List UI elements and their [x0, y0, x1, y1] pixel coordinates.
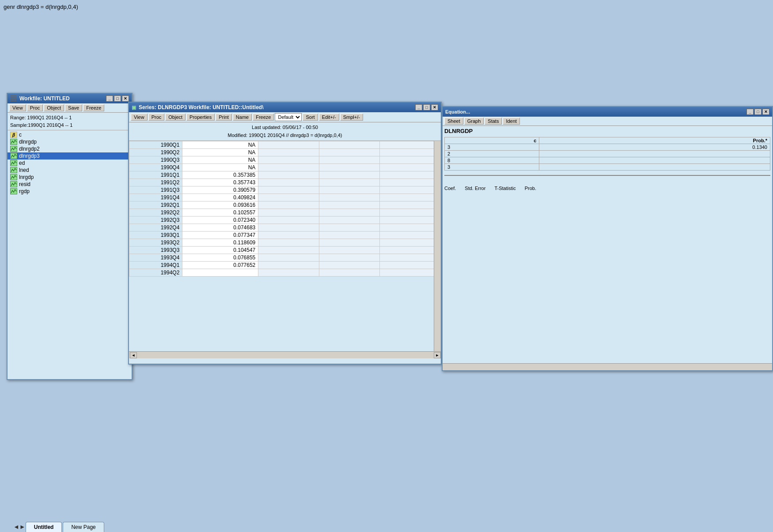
workfile-item[interactable]: lned [8, 167, 132, 174]
reg-graph-btn[interactable]: Graph [464, 118, 484, 125]
reg-minimize-btn[interactable]: _ [746, 109, 754, 115]
period-cell: 1993Q2 [129, 239, 182, 247]
workfile-item[interactable]: resid [8, 181, 132, 188]
workfile-window: Workfile: UNTITLED _ □ ✕ View Proc Objec… [7, 93, 133, 380]
series-dropdown[interactable]: Default [275, 113, 302, 121]
series-close-btn[interactable]: ✕ [431, 104, 438, 110]
empty-cell [380, 247, 441, 254]
scroll-left-btn[interactable]: ◄ [130, 352, 137, 358]
tab-scroll-arrows[interactable]: ◄► [13, 523, 26, 532]
workfile-controls[interactable]: _ □ ✕ [106, 95, 129, 102]
series-name-btn[interactable]: Name [233, 114, 252, 121]
item-label: lnrgdp [19, 174, 34, 180]
workfile-proc-btn[interactable]: Proc [27, 104, 43, 111]
empty-cell [319, 217, 380, 224]
empty-cell [258, 171, 319, 179]
series-icon [10, 174, 17, 180]
series-icon [10, 146, 17, 152]
last-updated: Last updated: 05/06/17 - 00:50 [132, 124, 438, 132]
reg-sheet-btn[interactable]: Sheet [444, 118, 463, 125]
item-label: ed [19, 160, 25, 166]
series-smpl-btn[interactable]: Smpl+/- [340, 114, 363, 121]
period-cell: 1991Q2 [129, 179, 182, 186]
series-titlebar[interactable]: ▣ Series: DLNRGDP3 Workfile: UNTITLED::U… [129, 103, 441, 112]
workfile-item[interactable]: dlnrgdp2 [8, 145, 132, 152]
value-cell: 0.074683 [182, 224, 258, 232]
reg-dep-var-title: DLNRGDP [444, 128, 770, 134]
workfile-item[interactable]: dlnrgdp [8, 138, 132, 145]
value-cell: 0.357743 [182, 179, 258, 186]
reg-maximize-btn[interactable]: □ [754, 109, 762, 115]
empty-cell [319, 171, 380, 179]
minimize-btn[interactable]: _ [106, 95, 113, 102]
series-maximize-btn[interactable]: □ [423, 104, 430, 110]
series-window: ▣ Series: DLNRGDP3 Workfile: UNTITLED::U… [128, 102, 442, 365]
value-cell: 0.102557 [182, 209, 258, 217]
empty-cell [380, 232, 441, 239]
beta-icon: β [10, 132, 17, 138]
series-controls[interactable]: _ □ ✕ [415, 104, 438, 110]
table-row: 1990Q1NA [129, 141, 441, 149]
series-print-btn[interactable]: Print [216, 114, 232, 121]
empty-cell [380, 156, 441, 164]
empty-cell [319, 254, 380, 262]
series-object-btn[interactable]: Object [165, 114, 186, 121]
workfile-save-btn[interactable]: Save [65, 104, 82, 111]
reg-value-cell [539, 151, 770, 157]
table-row: 1991Q20.357743 [129, 179, 441, 186]
workfile-freeze-btn[interactable]: Freeze [83, 104, 104, 111]
empty-cell [319, 224, 380, 232]
tstat-header: T-Statistic [494, 186, 515, 191]
value-cell: 0.357385 [182, 171, 258, 179]
workfile-item[interactable]: dlnrgdp3 [8, 152, 132, 160]
table-row: 1993Q40.076855 [129, 254, 441, 262]
series-properties-btn[interactable]: Properties [186, 114, 215, 121]
period-cell: 1992Q1 [129, 201, 182, 209]
value-cell: NA [182, 149, 258, 156]
reg-stats-btn[interactable]: Stats [485, 118, 502, 125]
range-label: Range: [10, 115, 26, 120]
item-label: dlnrgdp [19, 139, 37, 145]
horizontal-scrollbar[interactable]: ◄ ► [129, 351, 441, 358]
reg-controls[interactable]: _ □ ✕ [746, 109, 769, 115]
sample-label: Sample: [10, 122, 28, 128]
vertical-scrollbar[interactable] [434, 141, 441, 351]
reg-close-btn[interactable]: ✕ [762, 109, 769, 115]
item-label: dlnrgdp3 [19, 153, 40, 159]
value-cell: NA [182, 156, 258, 164]
series-icon [10, 153, 17, 159]
series-minimize-btn[interactable]: _ [415, 104, 422, 110]
empty-cell [258, 156, 319, 164]
workfile-item[interactable]: βc [8, 131, 132, 138]
maximize-btn[interactable]: □ [114, 95, 121, 102]
series-icon [10, 167, 17, 173]
workfile-view-btn[interactable]: View [9, 104, 26, 111]
data-table-container[interactable]: 1990Q1NA1990Q2NA1990Q3NA1990Q4NA1991Q10.… [129, 141, 441, 351]
series-freeze-btn[interactable]: Freeze [253, 114, 274, 121]
empty-cell [258, 209, 319, 217]
scroll-right-btn[interactable]: ► [434, 352, 441, 358]
reg-data-table: c Prob.* 30.1340283 [444, 137, 770, 171]
workfile-item[interactable]: ed [8, 160, 132, 167]
period-cell: 1993Q4 [129, 254, 182, 262]
tab-new-page[interactable]: New Page [63, 522, 104, 532]
workfile-item[interactable]: rgdp [8, 188, 132, 195]
prob-header: Prob. [525, 186, 536, 191]
series-edit-btn[interactable]: Edit+/- [319, 114, 339, 121]
series-proc-btn[interactable]: Proc [148, 114, 165, 121]
reg-ident-btn[interactable]: Ident [503, 118, 519, 125]
empty-cell [319, 164, 380, 171]
close-btn[interactable]: ✕ [122, 95, 129, 102]
tab-untitled[interactable]: Untitled [26, 522, 62, 532]
value-cell: NA [182, 164, 258, 171]
series-sort-btn[interactable]: Sort [303, 114, 318, 121]
empty-cell [319, 186, 380, 194]
empty-cell [380, 141, 441, 149]
workfile-object-btn[interactable]: Object [44, 104, 64, 111]
workfile-titlebar[interactable]: Workfile: UNTITLED _ □ ✕ [8, 94, 132, 103]
series-view-btn[interactable]: View [131, 114, 148, 121]
empty-cell [319, 262, 380, 269]
workfile-item[interactable]: lnrgdp [8, 174, 132, 181]
regression-titlebar[interactable]: Equation... _ □ ✕ [443, 107, 772, 117]
series-info: Last updated: 05/06/17 - 00:50 Modified:… [129, 122, 441, 141]
